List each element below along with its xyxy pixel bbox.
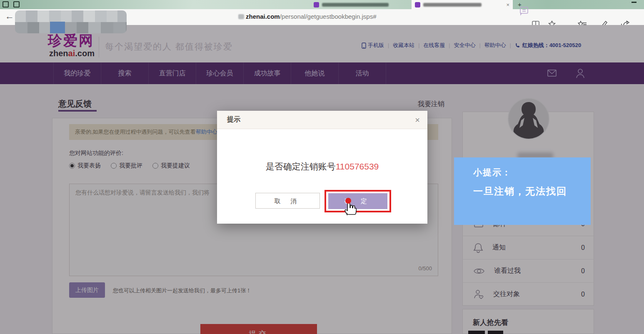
address-bar[interactable]: zhenai.com/personal/getguestbookbegin.js… — [246, 13, 377, 20]
privacy-mosaic — [15, 10, 127, 33]
browser-tab-strip: × + — [0, 0, 644, 9]
back-icon[interactable]: ← — [5, 11, 14, 22]
confirm-dialog: 提示 × 是否确定注销账号110576539 取 消 确 定 — [217, 111, 427, 224]
browser-tab-active[interactable]: × — [412, 0, 513, 9]
dialog-title: 提示 — [227, 115, 240, 124]
tip-annotation-box: 小提示： 一旦注销，无法找回 — [454, 157, 591, 225]
url-domain: zhenai.com — [246, 13, 280, 20]
dialog-header: 提示 × — [217, 111, 427, 129]
browser-tab-inactive[interactable] — [310, 0, 410, 9]
tab-close-icon[interactable]: × — [506, 2, 509, 8]
dialog-close-icon[interactable]: × — [415, 116, 420, 124]
account-number: 110576539 — [336, 162, 379, 171]
window-icon-2[interactable] — [13, 1, 20, 7]
tip-title: 小提示： — [473, 167, 512, 178]
screen: × + ← zhenai.com/personal/getguestbookbe… — [0, 0, 644, 334]
messages-icon[interactable] — [519, 6, 529, 16]
tab-favicon — [314, 2, 319, 7]
minimize-button[interactable] — [632, 2, 637, 3]
url-path: /personal/getguestbookbegin.jsps# — [280, 13, 377, 20]
window-icon[interactable] — [2, 1, 9, 7]
confirm-button[interactable]: 确 定 — [328, 193, 387, 209]
tip-line: 一旦注销，无法找回 — [473, 185, 567, 198]
tab-title-blurred — [423, 3, 482, 7]
tab-favicon — [415, 2, 420, 7]
dialog-message: 是否确定注销账号110576539 — [217, 161, 427, 172]
tab-title-blurred — [322, 3, 389, 7]
annotation-click-dot — [345, 198, 351, 204]
cancel-button[interactable]: 取 消 — [255, 193, 320, 209]
url-blur-chip — [238, 14, 244, 19]
